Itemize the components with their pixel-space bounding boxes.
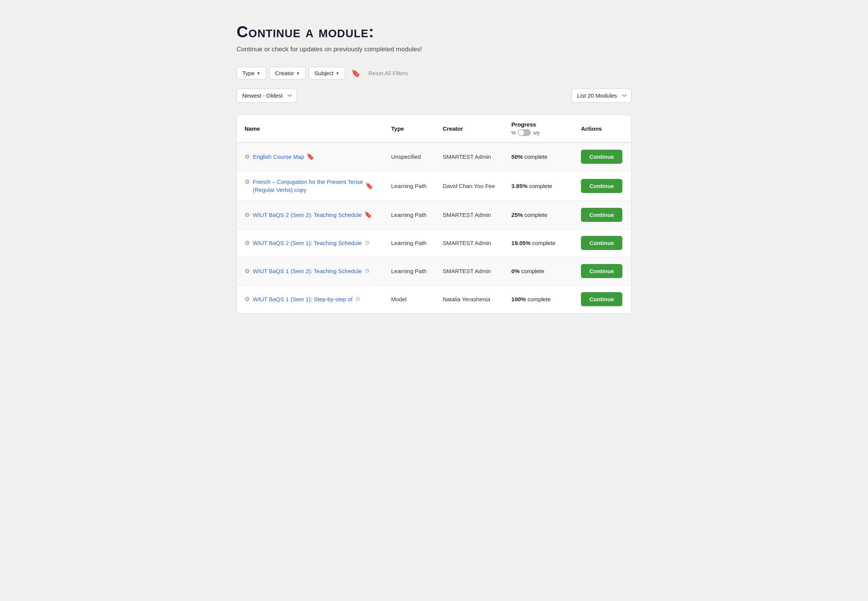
- td-name-english-course-map: ⚙English Course Map🔖: [237, 142, 383, 171]
- bookmark-empty-icon[interactable]: ⛭: [355, 296, 361, 303]
- subject-chevron-icon: ▼: [335, 71, 339, 76]
- td-creator: SMARTEST Admin: [435, 142, 504, 171]
- subject-filter-label: Subject: [314, 70, 333, 76]
- continue-button-wiut-baqs2-sem2[interactable]: Continue: [581, 208, 622, 222]
- creator-filter-button[interactable]: Creator ▼: [269, 67, 306, 79]
- module-name-cell: ⚙French – Conjugation for the Present Te…: [245, 178, 376, 194]
- module-name-cell: ⚙WIUT BaQS 1 (Sem 2): Teaching Schedule⛭: [245, 267, 376, 275]
- continue-button-french-conjugation[interactable]: Continue: [581, 179, 622, 193]
- table-body: ⚙English Course Map🔖UnspecifiedSMARTEST …: [237, 142, 631, 313]
- th-actions: Actions: [573, 115, 631, 142]
- continue-button-wiut-baqs1-sem2[interactable]: Continue: [581, 264, 622, 278]
- bookmark-filled-icon[interactable]: 🔖: [365, 182, 373, 190]
- td-type: Model: [383, 285, 435, 313]
- td-type: Learning Path: [383, 257, 435, 285]
- module-link-wiut-baqs2-sem2[interactable]: WIUT BaQS 2 (Sem 2): Teaching Schedule: [253, 211, 362, 219]
- table-row: ⚙WIUT BaQS 1 (Sem 2): Teaching Schedule⛭…: [237, 257, 631, 285]
- gear-icon[interactable]: ⚙: [245, 178, 250, 185]
- type-chevron-icon: ▼: [257, 71, 261, 76]
- td-type: Learning Path: [383, 201, 435, 229]
- continue-button-wiut-baqs1-sem1-step[interactable]: Continue: [581, 292, 622, 306]
- th-progress: Progress % x/y: [504, 115, 573, 142]
- progress-toggle[interactable]: [518, 129, 531, 136]
- td-name-wiut-baqs2-sem2: ⚙WIUT BaQS 2 (Sem 2): Teaching Schedule🔖: [237, 201, 383, 229]
- gear-icon[interactable]: ⚙: [245, 267, 250, 275]
- bookmark-filter-button[interactable]: 🔖: [348, 67, 364, 79]
- modules-table-container: Name Type Creator Progress % x/y Ac: [237, 115, 631, 313]
- td-creator: SMARTEST Admin: [435, 257, 504, 285]
- table-header-row: Name Type Creator Progress % x/y Ac: [237, 115, 631, 142]
- gear-icon[interactable]: ⚙: [245, 239, 250, 247]
- td-actions: Continue: [573, 285, 631, 313]
- bookmark-empty-icon[interactable]: ⛭: [364, 239, 371, 247]
- page-container: Continue a module: Continue or check for…: [206, 0, 662, 336]
- module-link-wiut-baqs1-sem1-step[interactable]: WIUT BaQS 1 (Sem 1): Step-by-step of: [253, 295, 352, 303]
- progress-value: 3.85%: [511, 183, 528, 189]
- progress-suffix: complete: [526, 296, 551, 302]
- gear-icon[interactable]: ⚙: [245, 296, 250, 303]
- page-subtitle: Continue or check for updates on previou…: [237, 46, 631, 53]
- page-title: Continue a module:: [237, 23, 631, 41]
- table-row: ⚙English Course Map🔖UnspecifiedSMARTEST …: [237, 142, 631, 171]
- progress-suffix: complete: [520, 268, 544, 274]
- module-link-french-conjugation[interactable]: French – Conjugation for the Present Ten…: [253, 178, 363, 194]
- td-name-wiut-baqs2-sem1: ⚙WIUT BaQS 2 (Sem 1): Teaching Schedule⛭: [237, 229, 383, 257]
- bookmark-filled-icon[interactable]: 🔖: [306, 153, 314, 161]
- progress-suffix: complete: [523, 153, 548, 160]
- td-actions: Continue: [573, 171, 631, 201]
- type-filter-button[interactable]: Type ▼: [237, 67, 266, 79]
- td-creator: David Chan You Fee: [435, 171, 504, 201]
- table-row: ⚙WIUT BaQS 2 (Sem 2): Teaching Schedule🔖…: [237, 201, 631, 229]
- td-progress: 3.85% complete: [504, 171, 573, 201]
- progress-suffix: complete: [523, 212, 548, 218]
- module-link-english-course-map[interactable]: English Course Map: [253, 153, 304, 161]
- filters-row: Type ▼ Creator ▼ Subject ▼ 🔖 Reset All F…: [237, 67, 631, 79]
- progress-value: 50%: [511, 153, 523, 160]
- td-name-wiut-baqs1-sem2: ⚙WIUT BaQS 1 (Sem 2): Teaching Schedule⛭: [237, 257, 383, 285]
- progress-suffix: complete: [527, 183, 552, 189]
- th-creator: Creator: [435, 115, 504, 142]
- table-row: ⚙French – Conjugation for the Present Te…: [237, 171, 631, 201]
- reset-filters-button[interactable]: Reset All Filters: [368, 70, 408, 76]
- type-filter-label: Type: [242, 70, 255, 76]
- td-type: Unspecified: [383, 142, 435, 171]
- creator-chevron-icon: ▼: [296, 71, 300, 76]
- bookmark-filled-icon[interactable]: 🔖: [364, 211, 372, 219]
- td-type: Learning Path: [383, 229, 435, 257]
- module-name-cell: ⚙WIUT BaQS 1 (Sem 1): Step-by-step of⛭: [245, 295, 376, 303]
- td-creator: Natalia Yerashenia: [435, 285, 504, 313]
- td-progress: 0% complete: [504, 257, 573, 285]
- continue-button-wiut-baqs2-sem1[interactable]: Continue: [581, 236, 622, 250]
- progress-percent-label: %: [511, 130, 516, 136]
- progress-xy-label: x/y: [533, 130, 540, 136]
- progress-value: 100%: [511, 296, 526, 302]
- continue-button-english-course-map[interactable]: Continue: [581, 150, 622, 164]
- module-name-cell: ⚙WIUT BaQS 2 (Sem 1): Teaching Schedule⛭: [245, 239, 376, 247]
- td-name-french-conjugation: ⚙French – Conjugation for the Present Te…: [237, 171, 383, 201]
- td-actions: Continue: [573, 142, 631, 171]
- td-creator: SMARTEST Admin: [435, 229, 504, 257]
- th-name: Name: [237, 115, 383, 142]
- gear-icon[interactable]: ⚙: [245, 211, 250, 218]
- module-link-wiut-baqs1-sem2[interactable]: WIUT BaQS 1 (Sem 2): Teaching Schedule: [253, 267, 362, 275]
- td-progress: 25% complete: [504, 201, 573, 229]
- bookmark-filter-icon: 🔖: [351, 69, 361, 77]
- td-type: Learning Path: [383, 171, 435, 201]
- module-name-cell: ⚙English Course Map🔖: [245, 153, 376, 161]
- subject-filter-button[interactable]: Subject ▼: [309, 67, 345, 79]
- sort-select[interactable]: Newest - Oldest Oldest - Newest A - Z Z …: [237, 89, 297, 103]
- progress-value: 0%: [511, 268, 520, 274]
- list-count-select[interactable]: List 20 Modules List 10 Modules List 50 …: [571, 89, 631, 103]
- th-type: Type: [383, 115, 435, 142]
- progress-suffix: complete: [531, 240, 556, 246]
- td-actions: Continue: [573, 257, 631, 285]
- table-row: ⚙WIUT BaQS 1 (Sem 1): Step-by-step of⛭Mo…: [237, 285, 631, 313]
- gear-icon[interactable]: ⚙: [245, 153, 250, 160]
- modules-table: Name Type Creator Progress % x/y Ac: [237, 115, 631, 313]
- td-progress: 19.05% complete: [504, 229, 573, 257]
- module-link-wiut-baqs2-sem1[interactable]: WIUT BaQS 2 (Sem 1): Teaching Schedule: [253, 239, 362, 247]
- toggle-knob: [519, 130, 524, 135]
- sort-row: Newest - Oldest Oldest - Newest A - Z Z …: [237, 89, 631, 103]
- bookmark-empty-icon[interactable]: ⛭: [364, 267, 371, 275]
- table-row: ⚙WIUT BaQS 2 (Sem 1): Teaching Schedule⛭…: [237, 229, 631, 257]
